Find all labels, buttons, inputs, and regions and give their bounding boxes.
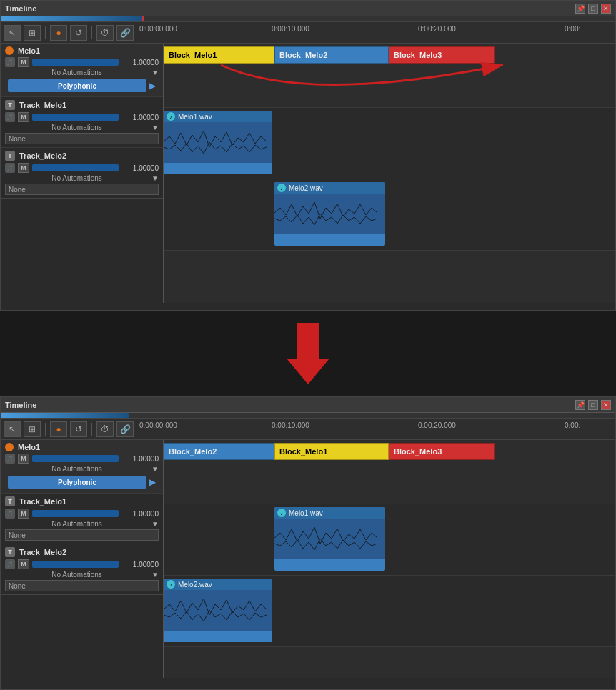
master-track-fx-icon[interactable]: 🎵 <box>5 57 15 67</box>
master-volume-slider[interactable] <box>32 59 119 66</box>
bottom-loop-button[interactable]: ↺ <box>70 421 87 437</box>
bottom-sub-track-1-top: T Track_Melo1 <box>5 496 159 506</box>
top-toolbar: ↖ ⊞ ● ↺ ⏱ 🔗 0:00:00.000 0:00:10.000 0:00… <box>1 22 615 44</box>
bottom-sub-track-1-fx-icon[interactable]: 🎵 <box>5 509 15 519</box>
bottom-master-fx-icon[interactable]: 🎵 <box>5 454 15 464</box>
bottom-sub-track-2-volume-value: 1.00000 <box>121 561 159 569</box>
bottom-sub-track-2-header: T Track_Melo2 🎵 M 1.00000 No Automations… <box>1 544 163 594</box>
block-melo3-bottom[interactable]: Block_Melo3 <box>389 443 495 460</box>
top-timeline-panel: Timeline 📌 □ ✕ ↖ ⊞ ● ↺ ⏱ 🔗 0:00:00.000 <box>0 0 616 311</box>
bottom-sub-track-2-mute-button[interactable]: M <box>18 559 29 569</box>
waveform-svg-1 <box>164 122 272 161</box>
bottom-playhead-progress <box>1 413 129 418</box>
bottom-sub-track-2-volume-slider[interactable] <box>32 561 119 568</box>
top-timeline-content[interactable]: Block_Melo1 Block_Melo2 Block_Melo3 <box>164 44 615 303</box>
bottom-master-volume-slider[interactable] <box>32 455 119 462</box>
bottom-time-mark-2: 0:00:20.000 <box>418 421 456 429</box>
bottom-master-automation-arrow: ▼ <box>151 465 159 473</box>
bottom-maximize-button[interactable]: □ <box>588 400 598 410</box>
loop-button[interactable]: ↺ <box>70 25 87 41</box>
tempo-button[interactable]: ⏱ <box>96 25 114 41</box>
master-mute-button[interactable]: M <box>18 57 29 67</box>
bottom-melo1-clip[interactable]: ♪ Melo1.wav <box>274 507 385 571</box>
sub-track-2-mute-button[interactable]: M <box>18 163 29 173</box>
top-melo1-clip[interactable]: ♪ Melo1.wav <box>164 111 272 174</box>
top-melo2-clip-title: ♪ Melo2.wav <box>274 182 385 194</box>
master-track-group: Melo1 🎵 M 1.00000 No Automations ▼ <box>1 44 163 199</box>
sub-track-1-type-icon: T <box>5 100 15 110</box>
block-melo1-top[interactable]: Block_Melo1 <box>164 46 274 64</box>
toolbar-separator-1 <box>45 26 46 39</box>
polyphonic-button[interactable]: Polyphonic <box>8 79 146 92</box>
sub-track-2-top: T Track_Melo2 <box>5 151 159 161</box>
top-master-lane: Block_Melo1 Block_Melo2 Block_Melo3 <box>164 44 615 108</box>
maximize-button[interactable]: □ <box>588 4 598 14</box>
bottom-waveform-svg-1 <box>274 519 385 558</box>
master-volume-value: 1.00000 <box>121 59 159 66</box>
time-mark-1: 0:00:10.000 <box>272 25 309 33</box>
bottom-polyphonic-button[interactable]: Polyphonic <box>8 476 146 489</box>
record-button[interactable]: ● <box>50 25 67 41</box>
bottom-time-mark-1: 0:00:10.000 <box>272 421 309 429</box>
bottom-track-headers: Melo1 🎵 M 1.00000 No Automations ▼ <box>1 440 164 678</box>
toolbar-separator-2 <box>91 26 92 39</box>
bottom-playhead-bar <box>1 413 615 419</box>
bottom-sub-track-2-volume-row: 🎵 M 1.00000 <box>5 559 159 569</box>
sub-track-1-header: T Track_Melo1 🎵 M 1.00000 No Automations… <box>1 96 163 147</box>
bottom-sub-track-2-none-dropdown[interactable]: None <box>5 580 159 591</box>
top-timeline-body: Melo1 🎵 M 1.00000 No Automations ▼ <box>1 44 615 303</box>
master-track-led <box>5 46 14 55</box>
sub-track-1-mute-button[interactable]: M <box>18 112 29 122</box>
top-melo2-clip[interactable]: ♪ Melo2.wav <box>274 182 385 246</box>
bottom-master-track-name: Melo1 <box>18 443 159 451</box>
bottom-melo2-clip[interactable]: ♪ Melo2.wav <box>164 579 272 642</box>
bottom-record-button[interactable]: ● <box>50 421 67 437</box>
bottom-close-button[interactable]: ✕ <box>601 400 611 410</box>
link-button[interactable]: 🔗 <box>116 25 134 41</box>
bottom-sub-track-2-fx-icon[interactable]: 🎵 <box>5 559 15 569</box>
block-melo2-top[interactable]: Block_Melo2 <box>274 46 389 64</box>
bottom-sub-track-1-none-dropdown[interactable]: None <box>5 529 159 541</box>
sub-track-2-volume-slider[interactable] <box>32 164 119 171</box>
audio-icon-2: ♪ <box>277 184 286 192</box>
bottom-master-track-header: Melo1 🎵 M 1.00000 No Automations ▼ <box>1 440 163 493</box>
select-tool-button[interactable]: ↖ <box>4 25 21 41</box>
bottom-tempo-button[interactable]: ⏱ <box>96 421 114 437</box>
sub-track-1-fx-icon[interactable]: 🎵 <box>5 112 15 122</box>
block-melo1-bottom[interactable]: Block_Melo1 <box>274 443 389 460</box>
bottom-sub-track-1-mute-button[interactable]: M <box>18 509 29 519</box>
playhead-progress <box>1 16 144 21</box>
bottom-waveform-2 <box>164 590 272 631</box>
pin-button[interactable]: 📌 <box>575 4 585 14</box>
bottom-sub-track-2-automation-label: No Automations <box>5 571 149 579</box>
bottom-master-mute-button[interactable]: M <box>18 454 29 464</box>
sub-track-2-fx-icon[interactable]: 🎵 <box>5 163 15 173</box>
bottom-sub-track-1-volume-slider[interactable] <box>32 510 119 517</box>
master-track-top: Melo1 <box>5 46 159 55</box>
down-arrow-shaft <box>297 323 319 359</box>
sub-track-2-none-dropdown[interactable]: None <box>5 184 159 195</box>
block-melo2-bottom[interactable]: Block_Melo2 <box>164 443 274 460</box>
polyphonic-row: Polyphonic ▶ <box>5 78 159 94</box>
bottom-timeline-content[interactable]: Block_Melo2 Block_Melo1 Block_Melo3 <box>164 440 615 678</box>
sub-track-1-none-dropdown[interactable]: None <box>5 133 159 144</box>
bottom-multiselect-tool-button[interactable]: ⊞ <box>24 421 41 437</box>
bottom-master-automation-row: No Automations ▼ <box>5 465 159 473</box>
bottom-sub-track-2-lane: ♪ Melo2.wav <box>164 576 615 647</box>
bottom-melo2-clip-title: ♪ Melo2.wav <box>164 579 272 590</box>
sub-track-1-none-label: None <box>9 135 26 143</box>
sub-track-1-automation-row: No Automations ▼ <box>5 124 159 131</box>
block-melo3-top[interactable]: Block_Melo3 <box>389 46 495 64</box>
sub-track-2-header: T Track_Melo2 🎵 M 1.00000 No Automations… <box>1 147 163 198</box>
bottom-link-button[interactable]: 🔗 <box>116 421 134 437</box>
bottom-time-mark-0: 0:00:00.000 <box>139 421 177 429</box>
multiselect-tool-button[interactable]: ⊞ <box>24 25 41 41</box>
bottom-pin-button[interactable]: 📌 <box>575 400 585 410</box>
sub-track-1-volume-slider[interactable] <box>32 114 119 121</box>
bottom-select-tool-button[interactable]: ↖ <box>4 421 21 437</box>
waveform-svg-2 <box>274 194 385 233</box>
master-automation-arrow: ▼ <box>151 69 159 76</box>
arrow-section <box>0 311 616 396</box>
sub-track-1-volume-row: 🎵 M 1.00000 <box>5 112 159 122</box>
close-button[interactable]: ✕ <box>601 4 611 14</box>
